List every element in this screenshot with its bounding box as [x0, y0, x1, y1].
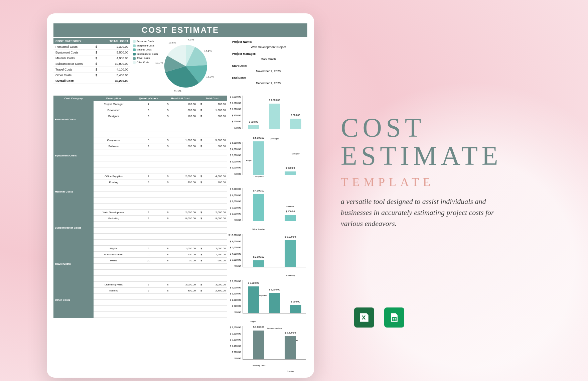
bar: $ 2,000.00 — [253, 260, 264, 267]
legend-swatch — [133, 53, 136, 55]
legend-swatch — [133, 44, 136, 47]
footer-link-templates[interactable]: COST ESTIMATE TEMPLATES — [170, 374, 208, 374]
end-date-label: End Date: — [232, 76, 305, 80]
legend-swatch — [133, 48, 136, 51]
table-row: Accommodation10150.001,500.00 — [94, 252, 227, 258]
project-name: Web Development Project — [232, 43, 305, 50]
table-row: Flights21,000.002,000.00 — [94, 246, 227, 252]
bar: $ 1,500.00 — [269, 104, 280, 129]
dh-quantity: Quantity/Hours — [134, 96, 164, 101]
summary-amount: 5,400.00 — [100, 73, 130, 78]
summary-amount: 10,000.00 — [100, 61, 130, 67]
bar: $ 5,000.00 — [253, 141, 264, 175]
table-row: Designer6100.00600.00 — [94, 113, 227, 119]
pie-slice-label: 17.1% — [204, 49, 212, 52]
bar: $ 2,000.00 — [248, 286, 259, 313]
bar: $ 3,000.00 — [253, 331, 264, 359]
bar: $ 8,000.00 — [285, 240, 296, 267]
legend-item: Personnel Costs — [133, 39, 158, 44]
bar: $ 600.00 — [290, 119, 301, 129]
promo-description: a versatile tool designed to assist indi… — [341, 196, 501, 229]
summary-category: Subcontractor Costs — [53, 61, 94, 67]
table-row: Project Manager2100.00200.00 — [94, 101, 227, 107]
dh-rate: Rate/Unit Cost — [164, 96, 197, 101]
app-icons — [354, 307, 404, 328]
project-manager: Mark Smith — [232, 55, 305, 62]
table-row: Computers51,000.005,000.00 — [94, 137, 227, 143]
promo-title-1: COST — [341, 114, 541, 142]
charts-column: $ 2,000.00$ 1,600.00$ 1,200.00$ 800.00$ … — [229, 96, 307, 372]
summary-amount: 4,900.00 — [100, 55, 130, 61]
pie-slice-label: 31.1% — [174, 90, 181, 93]
table-row: Web Development12,000.002,000.00 — [94, 210, 227, 216]
bar-chart: $ 5,000.00$ 4,000.00$ 3,000.00$ 2,000.00… — [229, 142, 307, 186]
legend-item: Subcontractor Costs — [133, 52, 158, 56]
summary-header-total: TOTAL COST — [100, 38, 130, 44]
table-row: Software1500.00500.00 — [94, 143, 227, 149]
pie-slice-label: 15.2% — [206, 75, 214, 78]
pie-chart-area: Personnel CostsEquipment CostsMaterial C… — [133, 38, 227, 93]
summary-amount: 2,300.00 — [100, 44, 130, 49]
bar-chart: $ 3,500.00$ 2,800.00$ 2,100.00$ 1,400.00… — [229, 326, 307, 370]
table-row: Marketing18,000.008,000.00 — [94, 216, 227, 222]
summary-category: Travel Costs — [53, 67, 94, 72]
bar: $ 2,400.00 — [285, 336, 296, 359]
table-row: Office Supplies22,000.004,000.00 — [94, 173, 227, 179]
summary-category: Material Costs — [53, 55, 94, 61]
bar-chart: $ 2,500.00$ 2,000.00$ 1,500.00$ 1,000.00… — [229, 280, 307, 324]
table-row: Developer3500.001,500.00 — [94, 107, 227, 113]
legend-item: Equipment Costs — [133, 44, 158, 48]
bar-chart: $ 2,000.00$ 1,600.00$ 1,200.00$ 800.00$ … — [229, 96, 307, 140]
excel-icon — [354, 307, 374, 328]
section-label: Subcontractor Costs — [53, 210, 94, 246]
legend-swatch — [133, 61, 136, 64]
dh-category: Cost Category — [53, 96, 94, 101]
bar: $ 200.00 — [248, 125, 259, 129]
bar-chart: $ 10,000.00$ 8,000.00$ 6,000.00$ 4,000.0… — [229, 234, 307, 278]
promo-title-2: ESTIMATE — [341, 142, 541, 170]
google-sheets-icon — [384, 307, 404, 328]
bar: $ 600.00 — [290, 305, 301, 313]
bar: $ 1,500.00 — [269, 293, 280, 313]
pie-legend: Personnel CostsEquipment CostsMaterial C… — [133, 39, 158, 65]
bar: $ 4,000.00 — [253, 194, 264, 221]
legend-item: Travel Costs — [133, 56, 158, 60]
start-date-label: Start Date: — [232, 64, 305, 68]
spreadsheet-screen: COST ESTIMATE COST CATEGORY TOTAL COST P… — [53, 23, 307, 374]
bar: $ 900.00 — [285, 215, 296, 221]
promo-subtitle: TEMPLATE — [341, 175, 541, 189]
bar: $ 500.00 — [285, 171, 296, 175]
section-label: Other Costs — [53, 282, 94, 318]
project-manager-label: Project Manager: — [232, 52, 305, 55]
start-date: November 2, 2023 — [232, 68, 305, 74]
section-label: Travel Costs — [53, 246, 94, 282]
section-label: Personnel Costs — [53, 101, 94, 137]
summary-header-category: COST CATEGORY — [53, 38, 94, 44]
section-label: Equipment Costs — [53, 137, 94, 173]
overall-amount: 32,200.00 — [100, 78, 130, 84]
footer-link-site[interactable]: TEMPLATE.NET — [211, 374, 232, 374]
dh-total: Total Cost — [197, 96, 227, 101]
document-title: COST ESTIMATE — [53, 23, 307, 37]
overall-label: Overall Cost: — [53, 78, 94, 84]
summary-amount: 5,500.00 — [100, 50, 130, 55]
bar-chart: $ 5,000.00$ 4,000.00$ 3,000.00$ 2,000.00… — [229, 188, 307, 232]
legend-swatch — [133, 57, 136, 60]
table-row: Training6400.002,400.00 — [94, 288, 227, 294]
promo-text: COST ESTIMATE TEMPLATE a versatile tool … — [341, 114, 541, 229]
legend-swatch — [133, 40, 136, 43]
summary-category: Equipment Costs — [53, 50, 94, 55]
summary-category: Personnel Costs — [53, 44, 94, 49]
legend-item: Material Costs — [133, 48, 158, 52]
table-row: Meals2030.00600.00 — [94, 258, 227, 264]
tablet-frame: COST ESTIMATE COST CATEGORY TOTAL COST P… — [47, 13, 314, 378]
table-row: Licensing Fees13,000.003,000.00 — [94, 282, 227, 288]
pie-slice-label: 16.8% — [168, 41, 176, 44]
pie-chart: 7.1%17.1%15.2%31.1%12.7%16.8% — [159, 39, 212, 93]
summary-category: Other Costs — [53, 73, 94, 78]
table-row: Printing3300.00900.00 — [94, 179, 227, 185]
dh-description: Description — [94, 96, 134, 101]
footer: CHOOSE & DOWNLOAD MORE COST ESTIMATE TEM… — [53, 374, 307, 374]
detail-table: Cost Category Description Quantity/Hours… — [53, 96, 227, 372]
project-name-label: Project Name: — [232, 40, 305, 43]
